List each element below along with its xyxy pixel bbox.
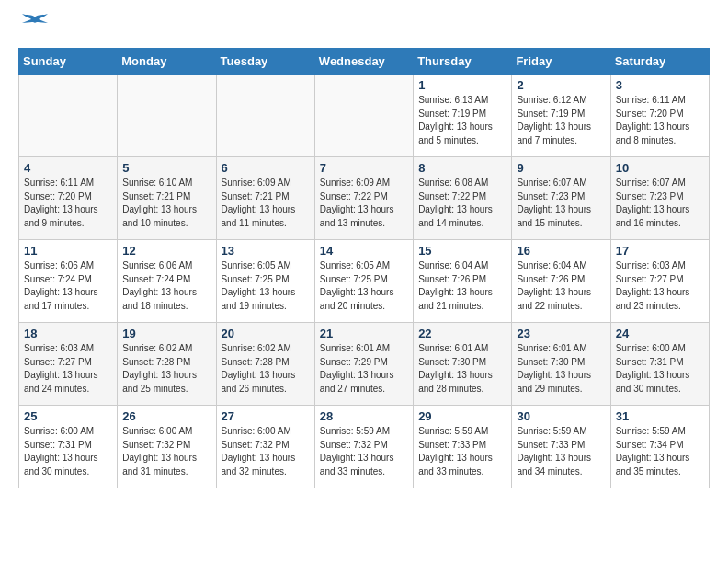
calendar-cell: 14Sunrise: 6:05 AM Sunset: 7:25 PM Dayli… [314, 240, 413, 323]
calendar-table: SundayMondayTuesdayWednesdayThursdayFrid… [18, 48, 710, 488]
page-header [18, 18, 710, 39]
cell-info: Sunrise: 6:07 AM Sunset: 7:23 PM Dayligh… [616, 177, 704, 230]
cell-info: Sunrise: 6:09 AM Sunset: 7:22 PM Dayligh… [320, 177, 408, 230]
cell-info: Sunrise: 6:06 AM Sunset: 7:24 PM Dayligh… [122, 259, 210, 313]
day-number: 7 [320, 161, 408, 175]
cell-info: Sunrise: 5:59 AM Sunset: 7:33 PM Dayligh… [517, 425, 605, 478]
calendar-cell [216, 75, 314, 157]
day-number: 31 [616, 409, 704, 423]
cell-info: Sunrise: 6:05 AM Sunset: 7:25 PM Dayligh… [222, 259, 310, 313]
cell-info: Sunrise: 6:09 AM Sunset: 7:21 PM Dayligh… [222, 177, 310, 230]
calendar-cell: 10Sunrise: 6:07 AM Sunset: 7:23 PM Dayli… [610, 157, 709, 240]
calendar-cell: 30Sunrise: 5:59 AM Sunset: 7:33 PM Dayli… [512, 406, 610, 488]
calendar-cell: 31Sunrise: 5:59 AM Sunset: 7:34 PM Dayli… [610, 406, 709, 488]
day-number: 21 [320, 327, 408, 340]
weekday-header: Tuesday [216, 49, 314, 75]
day-number: 30 [517, 409, 605, 423]
calendar-cell: 18Sunrise: 6:03 AM Sunset: 7:27 PM Dayli… [19, 323, 118, 406]
logo [18, 18, 48, 39]
day-number: 11 [24, 244, 112, 258]
cell-info: Sunrise: 6:04 AM Sunset: 7:26 PM Dayligh… [418, 259, 506, 313]
calendar-cell: 15Sunrise: 6:04 AM Sunset: 7:26 PM Dayli… [414, 240, 512, 323]
day-number: 28 [320, 409, 408, 423]
calendar-cell: 25Sunrise: 6:00 AM Sunset: 7:31 PM Dayli… [19, 406, 118, 488]
cell-info: Sunrise: 6:11 AM Sunset: 7:20 PM Dayligh… [616, 94, 704, 147]
weekday-header: Wednesday [314, 49, 413, 75]
calendar-cell [314, 75, 413, 157]
cell-info: Sunrise: 6:05 AM Sunset: 7:25 PM Dayligh… [320, 259, 408, 313]
weekday-header: Monday [118, 49, 216, 75]
day-number: 27 [222, 409, 310, 423]
calendar-cell: 21Sunrise: 6:01 AM Sunset: 7:29 PM Dayli… [314, 323, 413, 406]
day-number: 6 [222, 161, 310, 175]
calendar-cell: 29Sunrise: 5:59 AM Sunset: 7:33 PM Dayli… [414, 406, 512, 488]
cell-info: Sunrise: 6:00 AM Sunset: 7:31 PM Dayligh… [24, 425, 112, 478]
calendar-header: SundayMondayTuesdayWednesdayThursdayFrid… [19, 49, 710, 75]
cell-info: Sunrise: 6:07 AM Sunset: 7:23 PM Dayligh… [517, 177, 605, 230]
day-number: 19 [122, 327, 210, 340]
calendar-cell: 5Sunrise: 6:10 AM Sunset: 7:21 PM Daylig… [118, 157, 216, 240]
day-number: 17 [616, 244, 704, 258]
calendar-cell [118, 75, 216, 157]
day-number: 9 [517, 161, 605, 175]
calendar-cell: 26Sunrise: 6:00 AM Sunset: 7:32 PM Dayli… [118, 406, 216, 488]
calendar-cell: 13Sunrise: 6:05 AM Sunset: 7:25 PM Dayli… [216, 240, 314, 323]
day-number: 13 [222, 244, 310, 258]
cell-info: Sunrise: 6:01 AM Sunset: 7:30 PM Dayligh… [517, 342, 605, 396]
day-number: 26 [122, 409, 210, 423]
cell-info: Sunrise: 6:12 AM Sunset: 7:19 PM Dayligh… [517, 94, 605, 147]
day-number: 14 [320, 244, 408, 258]
weekday-header: Friday [512, 49, 610, 75]
cell-info: Sunrise: 6:02 AM Sunset: 7:28 PM Dayligh… [122, 342, 210, 396]
calendar-cell: 2Sunrise: 6:12 AM Sunset: 7:19 PM Daylig… [512, 75, 610, 157]
cell-info: Sunrise: 6:00 AM Sunset: 7:31 PM Dayligh… [616, 342, 704, 396]
day-number: 5 [122, 161, 210, 175]
cell-info: Sunrise: 5:59 AM Sunset: 7:32 PM Dayligh… [320, 425, 408, 478]
cell-info: Sunrise: 6:00 AM Sunset: 7:32 PM Dayligh… [122, 425, 210, 478]
calendar-cell: 8Sunrise: 6:08 AM Sunset: 7:22 PM Daylig… [414, 157, 512, 240]
day-number: 4 [24, 161, 112, 175]
calendar-cell: 28Sunrise: 5:59 AM Sunset: 7:32 PM Dayli… [314, 406, 413, 488]
calendar-cell: 17Sunrise: 6:03 AM Sunset: 7:27 PM Dayli… [610, 240, 709, 323]
calendar-cell: 7Sunrise: 6:09 AM Sunset: 7:22 PM Daylig… [314, 157, 413, 240]
cell-info: Sunrise: 6:10 AM Sunset: 7:21 PM Dayligh… [122, 177, 210, 230]
calendar-cell: 12Sunrise: 6:06 AM Sunset: 7:24 PM Dayli… [118, 240, 216, 323]
cell-info: Sunrise: 6:04 AM Sunset: 7:26 PM Dayligh… [517, 259, 605, 313]
calendar-cell: 23Sunrise: 6:01 AM Sunset: 7:30 PM Dayli… [512, 323, 610, 406]
day-number: 24 [616, 327, 704, 340]
cell-info: Sunrise: 6:03 AM Sunset: 7:27 PM Dayligh… [616, 259, 704, 313]
calendar-cell: 9Sunrise: 6:07 AM Sunset: 7:23 PM Daylig… [512, 157, 610, 240]
calendar-cell: 16Sunrise: 6:04 AM Sunset: 7:26 PM Dayli… [512, 240, 610, 323]
day-number: 22 [418, 327, 506, 340]
weekday-header: Sunday [19, 49, 118, 75]
cell-info: Sunrise: 6:00 AM Sunset: 7:32 PM Dayligh… [222, 425, 310, 478]
day-number: 2 [517, 78, 605, 92]
cell-info: Sunrise: 6:06 AM Sunset: 7:24 PM Dayligh… [24, 259, 112, 313]
day-number: 25 [24, 409, 112, 423]
cell-info: Sunrise: 6:01 AM Sunset: 7:30 PM Dayligh… [418, 342, 506, 396]
day-number: 18 [24, 327, 112, 340]
day-number: 8 [418, 161, 506, 175]
logo-bird-icon [22, 14, 48, 34]
calendar-cell: 19Sunrise: 6:02 AM Sunset: 7:28 PM Dayli… [118, 323, 216, 406]
day-number: 20 [222, 327, 310, 340]
cell-info: Sunrise: 6:11 AM Sunset: 7:20 PM Dayligh… [24, 177, 112, 230]
day-number: 3 [616, 78, 704, 92]
calendar-cell: 20Sunrise: 6:02 AM Sunset: 7:28 PM Dayli… [216, 323, 314, 406]
weekday-header: Thursday [414, 49, 512, 75]
calendar-cell: 4Sunrise: 6:11 AM Sunset: 7:20 PM Daylig… [19, 157, 118, 240]
cell-info: Sunrise: 6:01 AM Sunset: 7:29 PM Dayligh… [320, 342, 408, 396]
day-number: 10 [616, 161, 704, 175]
day-number: 1 [418, 78, 506, 92]
cell-info: Sunrise: 6:13 AM Sunset: 7:19 PM Dayligh… [418, 94, 506, 147]
calendar-cell: 11Sunrise: 6:06 AM Sunset: 7:24 PM Dayli… [19, 240, 118, 323]
cell-info: Sunrise: 6:03 AM Sunset: 7:27 PM Dayligh… [24, 342, 112, 396]
day-number: 16 [517, 244, 605, 258]
calendar-cell: 1Sunrise: 6:13 AM Sunset: 7:19 PM Daylig… [414, 75, 512, 157]
calendar-cell: 24Sunrise: 6:00 AM Sunset: 7:31 PM Dayli… [610, 323, 709, 406]
cell-info: Sunrise: 5:59 AM Sunset: 7:34 PM Dayligh… [616, 425, 704, 478]
day-number: 23 [517, 327, 605, 340]
calendar-cell: 22Sunrise: 6:01 AM Sunset: 7:30 PM Dayli… [414, 323, 512, 406]
day-number: 12 [122, 244, 210, 258]
calendar-cell: 6Sunrise: 6:09 AM Sunset: 7:21 PM Daylig… [216, 157, 314, 240]
